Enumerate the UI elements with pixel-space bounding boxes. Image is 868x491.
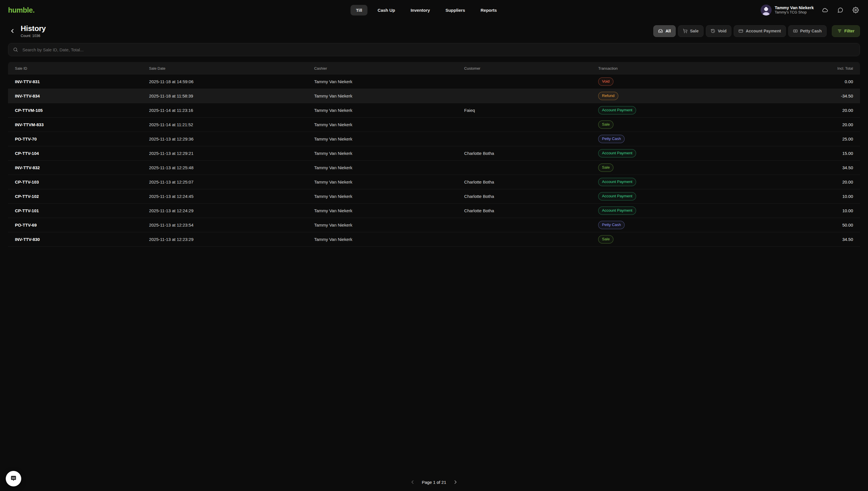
transaction-badge: Account Payment	[598, 106, 636, 114]
banknote-icon	[793, 29, 798, 33]
pagination: Page 1 of 21	[0, 474, 868, 491]
title-block: History Count: 1036	[21, 24, 46, 38]
cell-cashier: Tammy Van Niekerk	[314, 108, 464, 113]
cell-sale-id: CP-TTV-101	[15, 208, 149, 213]
nav-item-reports[interactable]: Reports	[475, 5, 502, 16]
cell-sale-id: CP-TTVM-105	[15, 108, 149, 113]
search-icon	[13, 47, 18, 52]
cell-transaction: Account Payment	[598, 178, 799, 186]
cell-sale-date: 2025-11-13 at 12:23:54	[149, 223, 314, 227]
cell-incl-total: 34.50	[799, 237, 853, 242]
search-bar	[8, 43, 860, 56]
filter-button-label: Filter	[844, 29, 855, 33]
cell-cashier: Tammy Van Niekerk	[314, 79, 464, 84]
table-row[interactable]: CP-TTV-102 2025-11-13 at 12:24:45 Tammy …	[8, 189, 860, 204]
table-row[interactable]: INV-TTV-834 2025-11-18 at 11:58:39 Tammy…	[8, 89, 860, 103]
cell-incl-total: 15.00	[799, 151, 853, 156]
nav-item-inventory[interactable]: Inventory	[405, 5, 435, 16]
cell-sale-date: 2025-11-13 at 12:25:07	[149, 179, 314, 184]
cell-sale-date: 2025-11-18 at 11:58:39	[149, 93, 314, 98]
column-header-sale-id: Sale ID	[15, 66, 149, 70]
nav-item-cash-up[interactable]: Cash Up	[372, 5, 401, 16]
filter-tab-void[interactable]: Void	[706, 25, 731, 37]
filter-tab-sale[interactable]: Sale	[678, 25, 704, 37]
transaction-badge: Sale	[598, 164, 614, 172]
cell-sale-date: 2025-11-13 at 12:25:48	[149, 165, 314, 170]
cell-transaction: Sale	[598, 235, 799, 243]
filter-tab-label: All	[666, 29, 671, 33]
table-row[interactable]: INV-TTV-831 2025-11-18 at 14:59:06 Tammy…	[8, 75, 860, 89]
messages-button[interactable]	[836, 6, 844, 15]
table-row[interactable]: INV-TTV-832 2025-11-13 at 12:25:48 Tammy…	[8, 161, 860, 175]
cell-transaction: Sale	[598, 164, 799, 172]
filter-tab-account-payment[interactable]: Account Payment	[734, 25, 786, 37]
cell-cashier: Tammy Van Niekerk	[314, 122, 464, 127]
app-root: humble. Till Cash Up Inventory Suppliers…	[0, 0, 868, 491]
table-row[interactable]: INV-TTVM-833 2025-11-14 at 11:21:52 Tamm…	[8, 118, 860, 132]
chat-bubble-icon	[10, 475, 17, 482]
cell-transaction: Account Payment	[598, 206, 799, 214]
gear-icon	[852, 7, 859, 13]
cell-sale-id: PO-TTV-69	[15, 223, 149, 227]
nav-item-till[interactable]: Till	[350, 5, 368, 16]
search-input[interactable]	[22, 47, 855, 53]
cell-transaction: Account Payment	[598, 106, 799, 114]
prev-page-button[interactable]	[408, 478, 416, 486]
table-row[interactable]: CP-TTV-104 2025-11-13 at 12:29:21 Tammy …	[8, 146, 860, 161]
column-header-sale-date: Sale Date	[149, 66, 314, 70]
cell-sale-date: 2025-11-18 at 14:59:06	[149, 79, 314, 84]
table-row[interactable]: PO-TTV-69 2025-11-13 at 12:23:54 Tammy V…	[8, 218, 860, 232]
column-header-cashier: Cashier	[314, 66, 464, 70]
filter-tab-label: Sale	[690, 29, 699, 33]
cell-sale-date: 2025-11-14 at 11:23:16	[149, 108, 314, 113]
cell-incl-total: 50.00	[799, 223, 853, 227]
cell-sale-date: 2025-11-13 at 12:29:36	[149, 137, 314, 141]
cell-incl-total: 10.00	[799, 194, 853, 199]
filter-tab-label: Void	[718, 29, 727, 33]
cell-incl-total: 25.00	[799, 137, 853, 141]
chat-bubble-icon	[837, 7, 843, 13]
table-row[interactable]: PO-TTV-70 2025-11-13 at 12:29:36 Tammy V…	[8, 132, 860, 146]
cell-incl-total: 20.00	[799, 179, 853, 184]
table-row[interactable]: CP-TTVM-105 2025-11-14 at 11:23:16 Tammy…	[8, 103, 860, 118]
cell-transaction: Void	[598, 78, 799, 85]
cell-transaction: Sale	[598, 120, 799, 128]
cell-cashier: Tammy Van Niekerk	[314, 151, 464, 156]
user-menu[interactable]: Tammy Van Niekerk Tammy's TCG Shop	[761, 5, 814, 16]
page-header: History Count: 1036 All Sale Void	[0, 20, 868, 41]
inbox-icon	[658, 29, 663, 33]
table-row[interactable]: CP-TTV-101 2025-11-13 at 12:24:29 Tammy …	[8, 204, 860, 218]
cell-transaction: Petty Cash	[598, 221, 799, 229]
avatar	[761, 5, 771, 16]
cell-sale-id: CP-TTV-102	[15, 194, 149, 199]
cloud-icon	[822, 7, 828, 13]
table-row[interactable]: INV-TTV-830 2025-11-13 at 12:23:29 Tammy…	[8, 232, 860, 247]
cell-sale-date: 2025-11-13 at 12:29:21	[149, 151, 314, 156]
table-row[interactable]: CP-TTV-103 2025-11-13 at 12:25:07 Tammy …	[8, 175, 860, 189]
next-page-button[interactable]	[452, 478, 460, 486]
cell-customer: Charlotte Botha	[464, 208, 598, 213]
filter-button[interactable]: Filter	[832, 25, 860, 37]
cell-transaction: Petty Cash	[598, 135, 799, 143]
cloud-sync-button[interactable]	[821, 6, 829, 15]
cell-cashier: Tammy Van Niekerk	[314, 179, 464, 184]
back-button[interactable]	[8, 26, 17, 36]
filter-tab-all[interactable]: All	[653, 25, 676, 37]
transaction-badge: Petty Cash	[598, 221, 625, 229]
support-chat-launcher[interactable]	[6, 471, 21, 486]
nav-item-suppliers[interactable]: Suppliers	[440, 5, 470, 16]
filter-tab-petty-cash[interactable]: Petty Cash	[788, 25, 827, 37]
cell-incl-total: 20.00	[799, 108, 853, 113]
column-header-transaction: Transaction	[598, 66, 799, 70]
record-count: Count: 1036	[21, 34, 46, 38]
settings-button[interactable]	[851, 6, 860, 15]
cell-sale-id: INV-TTVM-833	[15, 122, 149, 127]
cell-customer: Faieq	[464, 108, 598, 113]
cell-cashier: Tammy Van Niekerk	[314, 223, 464, 227]
cell-customer: Charlotte Botha	[464, 179, 598, 184]
main-nav: Till Cash Up Inventory Suppliers Reports	[350, 5, 502, 16]
cell-sale-id: INV-TTV-830	[15, 237, 149, 242]
cell-incl-total: 0.00	[799, 79, 853, 84]
user-name: Tammy Van Niekerk	[775, 5, 814, 10]
user-cluster: Tammy Van Niekerk Tammy's TCG Shop	[761, 5, 860, 16]
